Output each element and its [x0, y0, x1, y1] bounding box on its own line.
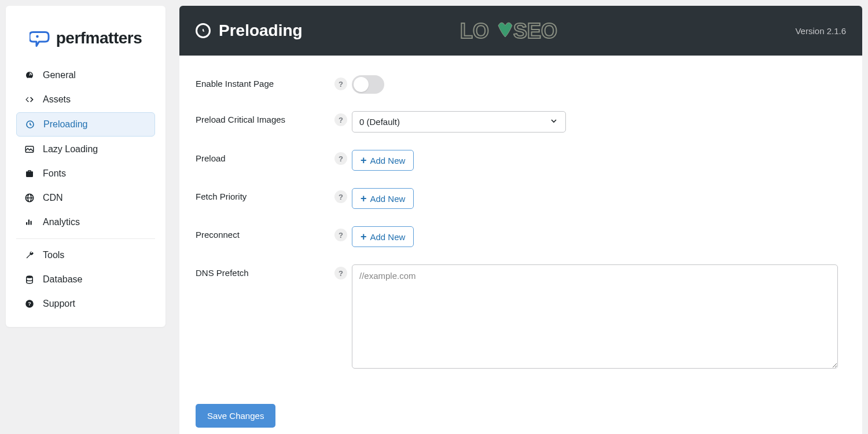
row-enable-instant-page: Enable Instant Page ? — [196, 75, 846, 94]
database-icon — [24, 274, 35, 285]
page-title: Preloading — [219, 21, 303, 40]
sidebar-item-database[interactable]: Database — [16, 268, 155, 291]
gauge-icon — [24, 70, 35, 80]
sidebar: perfmatters General Assets Preloading La… — [6, 6, 165, 327]
help-tooltip[interactable]: ? — [334, 113, 347, 126]
row-preload: Preload ? + Add New — [196, 150, 846, 171]
field-label: Preconnect — [196, 226, 334, 240]
save-button[interactable]: Save Changes — [196, 404, 275, 428]
svg-text:?: ? — [28, 301, 31, 307]
row-dns-prefetch: DNS Prefetch ? — [196, 264, 846, 370]
watermark-text: LO — [460, 19, 489, 43]
row-preload-critical-images: Preload Critical Images ? 0 (Default) — [196, 111, 846, 133]
field-label: Fetch Priority — [196, 188, 334, 201]
sidebar-item-label: Fonts — [43, 168, 147, 179]
chevron-down-icon — [549, 116, 558, 127]
sidebar-item-label: General — [43, 70, 147, 80]
sidebar-item-label: Database — [43, 274, 147, 285]
field-label: Enable Instant Page — [196, 75, 334, 89]
sidebar-item-fonts[interactable]: Fonts — [16, 162, 155, 185]
fetch-priority-add-button[interactable]: + Add New — [352, 188, 414, 209]
plus-icon: + — [361, 155, 367, 165]
svg-point-0 — [36, 35, 39, 38]
clock-icon — [196, 23, 211, 38]
globe-icon — [24, 193, 35, 203]
sidebar-item-tools[interactable]: Tools — [16, 244, 155, 267]
watermark: LO SEO — [460, 16, 582, 47]
sidebar-item-label: Preloading — [43, 119, 146, 130]
preconnect-add-button[interactable]: + Add New — [352, 226, 414, 247]
wrench-icon — [24, 250, 35, 260]
help-tooltip[interactable]: ? — [334, 267, 347, 279]
brand-logo: perfmatters — [16, 6, 155, 62]
dns-prefetch-textarea[interactable] — [352, 264, 838, 369]
row-preconnect: Preconnect ? + Add New — [196, 226, 846, 247]
main: Preloading LO SEO Version 2.1.6 Enable I… — [179, 6, 862, 434]
sidebar-item-support[interactable]: ? Support — [16, 292, 155, 315]
sidebar-item-general[interactable]: General — [16, 64, 155, 87]
help-tooltip[interactable]: ? — [334, 190, 347, 203]
button-label: Add New — [370, 232, 406, 242]
sidebar-item-cdn[interactable]: CDN — [16, 186, 155, 209]
nav-divider — [16, 238, 155, 239]
bar-chart-icon — [24, 217, 35, 227]
svg-point-3 — [27, 275, 33, 278]
button-label: Add New — [370, 156, 406, 165]
content: Enable Instant Page ? Preload Critical I… — [179, 56, 862, 434]
preload-add-button[interactable]: + Add New — [352, 150, 414, 171]
sidebar-item-label: Analytics — [43, 217, 147, 227]
sidebar-item-label: Support — [43, 299, 147, 309]
sidebar-item-label: Tools — [43, 250, 147, 260]
code-icon — [24, 94, 35, 105]
field-label: DNS Prefetch — [196, 264, 334, 278]
button-label: Add New — [370, 194, 406, 204]
toggle-knob — [354, 77, 369, 92]
image-icon — [24, 144, 35, 155]
field-label: Preload Critical Images — [196, 111, 334, 124]
briefcase-icon — [24, 168, 35, 179]
sidebar-item-label: Assets — [43, 94, 147, 105]
instant-page-toggle[interactable] — [352, 75, 384, 94]
critical-images-select[interactable]: 0 (Default) — [352, 111, 566, 133]
sidebar-item-lazy-loading[interactable]: Lazy Loading — [16, 138, 155, 161]
field-label: Preload — [196, 150, 334, 163]
brand-text: perfmatters — [56, 29, 142, 47]
help-tooltip[interactable]: ? — [334, 78, 347, 90]
sidebar-item-assets[interactable]: Assets — [16, 88, 155, 111]
select-value: 0 (Default) — [359, 117, 400, 127]
topbar: Preloading LO SEO Version 2.1.6 — [179, 6, 862, 56]
svg-text:SEO: SEO — [513, 19, 557, 43]
clock-icon — [25, 119, 35, 130]
row-fetch-priority: Fetch Priority ? + Add New — [196, 188, 846, 209]
sidebar-item-label: CDN — [43, 193, 147, 203]
plus-icon: + — [361, 231, 367, 242]
version-label: Version 2.1.6 — [795, 26, 846, 36]
sidebar-item-preloading[interactable]: Preloading — [16, 112, 155, 137]
plus-icon: + — [361, 193, 367, 204]
help-circle-icon: ? — [24, 299, 35, 309]
help-tooltip[interactable]: ? — [334, 229, 347, 241]
help-tooltip[interactable]: ? — [334, 152, 347, 165]
sidebar-item-analytics[interactable]: Analytics — [16, 211, 155, 234]
brand-mark-icon — [30, 28, 50, 49]
sidebar-item-label: Lazy Loading — [43, 144, 147, 155]
